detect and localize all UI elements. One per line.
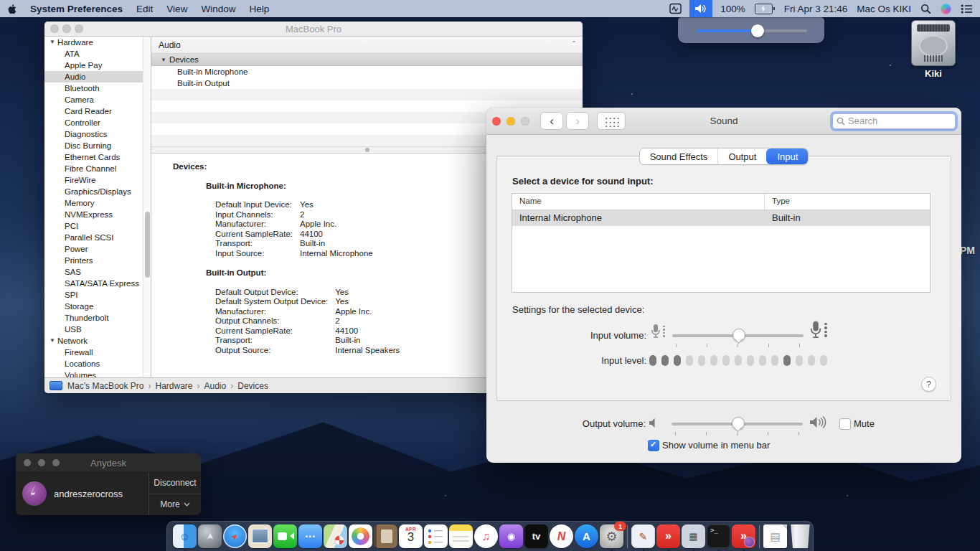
menu-edit[interactable]: Edit — [136, 4, 153, 14]
dock-reminders[interactable] — [424, 524, 448, 551]
dock-terminal[interactable]: >_ — [707, 524, 730, 551]
dock-anydesk-tor[interactable]: » — [732, 524, 755, 551]
sidebar-item-audio[interactable]: Audio — [44, 71, 151, 83]
dock-news[interactable]: N — [550, 524, 573, 551]
dock-finder[interactable]: ☺ — [173, 524, 197, 551]
zoom-button[interactable] — [52, 459, 60, 466]
dock-trash[interactable] — [788, 524, 812, 551]
volume-menu-item[interactable] — [689, 0, 712, 17]
spotlight-icon[interactable] — [920, 4, 931, 14]
volume-popup-thumb[interactable] — [751, 24, 764, 37]
breadcrumb-item-audio[interactable]: Audio — [204, 381, 227, 391]
sidebar-item-sata-sata-express[interactable]: SATA/SATA Express — [44, 278, 151, 289]
battery-percent[interactable]: 100% — [720, 4, 745, 14]
help-button[interactable]: ? — [921, 377, 936, 392]
collapse-chevron-icon[interactable]: ˆ — [573, 42, 575, 49]
show-all-button[interactable] — [597, 112, 626, 130]
sidebar-item-locations[interactable]: Locations — [44, 358, 151, 369]
anydesk-titlebar[interactable]: Anydesk — [16, 453, 201, 473]
dock-app-store[interactable]: A — [575, 524, 598, 551]
sidebar-item-printers[interactable]: Printers — [44, 255, 151, 266]
dock-contacts[interactable] — [374, 524, 397, 551]
anydesk-menubar-icon[interactable] — [669, 3, 682, 14]
pane-device-built-in-output[interactable]: Built-in Output — [151, 77, 583, 89]
sidebar-item-card-reader[interactable]: Card Reader — [44, 105, 151, 117]
devices-group-header[interactable]: ▼ Devices — [151, 54, 583, 66]
sidebar-item-nvmexpress[interactable]: NVMExpress — [44, 209, 151, 220]
breadcrumb-item-hardware[interactable]: Hardware — [155, 381, 192, 391]
dock-disk-image-file[interactable]: ▤ — [763, 524, 787, 551]
battery-icon[interactable] — [755, 4, 775, 14]
minimize-button[interactable] — [507, 117, 515, 126]
mute-label[interactable]: Mute — [854, 418, 875, 429]
dock-podcasts[interactable]: ◉ — [499, 524, 523, 551]
sidebar-section-network[interactable]: ▼Network — [44, 335, 151, 347]
dock-music[interactable]: ♫ — [474, 524, 498, 551]
sidebar-item-apple-pay[interactable]: Apple Pay — [44, 60, 151, 71]
sidebar-section-hardware[interactable]: ▼Hardware — [44, 37, 151, 48]
drive-label[interactable]: Kiki — [905, 68, 962, 79]
sidebar-item-graphics-displays[interactable]: Graphics/Displays — [44, 186, 151, 197]
breadcrumb-item-devices[interactable]: Devices — [237, 381, 268, 391]
dock-anydesk[interactable]: » — [656, 524, 680, 551]
disclosure-triangle-icon[interactable]: ▼ — [50, 37, 55, 48]
dock-messages[interactable]: … — [298, 524, 322, 551]
dock-facetime[interactable] — [273, 524, 297, 551]
control-center-icon[interactable] — [961, 4, 973, 14]
dock-tv[interactable]: tv — [524, 524, 548, 551]
forward-button[interactable]: › — [566, 112, 589, 130]
dock-maps[interactable] — [324, 524, 347, 551]
slider-thumb[interactable] — [732, 417, 745, 430]
sidebar-item-memory[interactable]: Memory — [44, 197, 151, 209]
show-volume-label[interactable]: Show volume in menu bar — [662, 440, 770, 451]
close-button[interactable] — [50, 24, 59, 33]
disclosure-triangle-icon[interactable]: ▼ — [50, 335, 55, 347]
output-volume-slider[interactable] — [672, 417, 803, 430]
sidebar-item-power[interactable]: Power — [44, 243, 151, 255]
sidebar-item-firewire[interactable]: FireWire — [44, 174, 151, 186]
menu-clock[interactable]: Fri Apr 3 21:46 — [784, 4, 848, 14]
sidebar-item-parallel-scsi[interactable]: Parallel SCSI — [44, 232, 151, 243]
menu-view[interactable]: View — [166, 4, 187, 14]
disclosure-triangle-icon[interactable]: ▼ — [161, 57, 166, 63]
hard-drive-icon[interactable] — [911, 20, 956, 66]
disconnect-button[interactable]: Disconnect — [149, 472, 201, 494]
menu-window[interactable]: Window — [201, 4, 235, 14]
close-button[interactable] — [24, 459, 31, 466]
sidebar-item-pci[interactable]: PCI — [44, 220, 151, 232]
zoom-button[interactable] — [75, 24, 83, 33]
sidebar-item-disc-burning[interactable]: Disc Burning — [44, 140, 151, 151]
dock-mail[interactable] — [248, 524, 272, 551]
apple-menu[interactable] — [7, 4, 17, 14]
dock-notes[interactable] — [449, 524, 473, 551]
minimize-button[interactable] — [38, 459, 45, 466]
back-button[interactable]: ‹ — [540, 112, 563, 130]
sidebar-item-thunderbolt[interactable]: Thunderbolt — [44, 312, 151, 324]
column-header-type[interactable]: Type — [772, 197, 790, 205]
sidebar-item-bluetooth[interactable]: Bluetooth — [44, 83, 151, 94]
sidebar-item-ata[interactable]: ATA — [44, 48, 151, 60]
sidebar-item-sas[interactable]: SAS — [44, 266, 151, 278]
splitter-handle-icon[interactable] — [365, 148, 369, 152]
siri-icon[interactable] — [941, 4, 951, 14]
sidebar-scrollbar-thumb[interactable] — [145, 212, 150, 278]
pane-device-built-in-microphone[interactable]: Built-in Microphone — [151, 66, 583, 77]
search-field[interactable]: Search — [832, 113, 956, 129]
dock-system-preferences[interactable]: ⚙1 — [600, 524, 623, 551]
dock-calendar[interactable]: APR3 — [399, 524, 423, 551]
minimize-button[interactable] — [62, 24, 71, 33]
sidebar-item-controller[interactable]: Controller — [44, 117, 151, 128]
tab-input[interactable]: Input — [766, 149, 808, 164]
sidebar-item-fibre-channel[interactable]: Fibre Channel — [44, 163, 151, 174]
more-button[interactable]: More — [149, 494, 201, 516]
desktop-drive[interactable]: Kiki — [905, 20, 962, 79]
mute-checkbox[interactable] — [839, 418, 851, 430]
dock-kext-utility[interactable]: ▦ — [682, 524, 705, 551]
dock-xcode-tools[interactable]: ✎ — [631, 524, 655, 551]
menu-app-name[interactable]: System Preferences — [30, 4, 123, 14]
volume-popup-slider[interactable] — [697, 24, 807, 37]
sound-titlebar[interactable]: Sound ‹ › Search — [486, 108, 961, 135]
menu-help[interactable]: Help — [249, 4, 269, 14]
dock-photos[interactable] — [349, 524, 372, 551]
input-volume-slider[interactable] — [672, 329, 804, 342]
